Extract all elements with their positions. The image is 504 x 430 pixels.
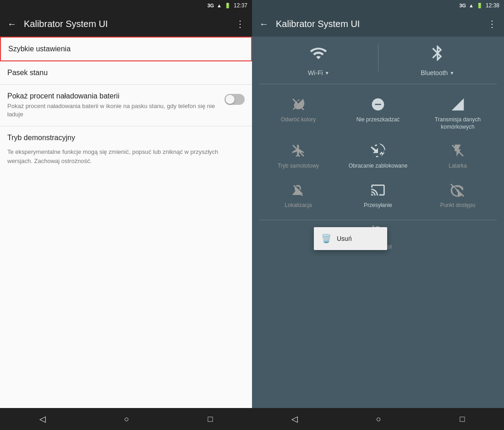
right-app-bar: ← Kalibrator System UI ⋮ — [252, 11, 504, 37]
location-off-icon — [289, 181, 307, 199]
right-status-bar: 3G ▲ 🔋 12:38 — [252, 0, 504, 11]
obracanie-label: Obracanie zablokowane — [349, 163, 408, 170]
section-battery: Pokaż procent naładowania baterii Pokaż … — [0, 85, 252, 126]
screen-rotation-icon — [369, 142, 387, 160]
bluetooth-label: Bluetooth ▼ — [421, 69, 454, 76]
context-menu-usun[interactable]: 🗑️ Usuń — [314, 227, 387, 250]
right-battery-icon: 🔋 — [477, 3, 483, 9]
latarka-label: Latarka — [449, 163, 467, 170]
right-signal-icon: ▲ — [469, 3, 474, 8]
do-not-disturb-icon — [369, 95, 387, 114]
battery-text-block: Pokaż procent naładowania baterii Pokaż … — [7, 92, 225, 119]
battery-title: Pokaż procent naładowania baterii — [7, 92, 217, 100]
right-back-button[interactable]: ← — [259, 19, 268, 29]
battery-toggle[interactable] — [225, 94, 245, 105]
context-menu: 🗑️ Usuń — [314, 227, 387, 250]
tile-samolotowy[interactable]: Tryb samolotowy — [259, 138, 337, 174]
tile-transmisja[interactable]: Transmisja danych komórkowych — [419, 92, 497, 134]
demo-body: Te eksperymentalne funkcje mogą się zmie… — [7, 147, 245, 165]
right-menu-button[interactable]: ⋮ — [488, 18, 497, 29]
quick-settings-content: Wi-Fi ▼ Bluetooth ▼ — [252, 37, 504, 408]
tile-hotspot[interactable]: Punkt dostępu — [419, 177, 497, 213]
left-panel: 3G ▲ 🔋 12:37 ← Kalibrator System UI ⋮ Sz… — [0, 0, 252, 430]
tiles-grid: Odwróć kolory Nie przeszkadzać Tra — [259, 92, 497, 212]
nie-przeszkadzac-label: Nie przeszkadzać — [356, 116, 400, 124]
left-menu-button[interactable]: ⋮ — [236, 18, 245, 29]
tile-lokalizacja[interactable]: Lokalizacja — [259, 177, 337, 213]
signal-cellular-icon — [449, 95, 467, 114]
section-pasek-label: Pasek stanu — [7, 69, 48, 76]
tile-przesylanie[interactable]: Przesyłanie — [339, 177, 417, 213]
left-nav-bar: ◁ ○ □ — [0, 408, 252, 430]
tile-odwroc-kolory[interactable]: Odwróć kolory — [259, 92, 337, 134]
hotspot-off-icon — [449, 181, 467, 199]
left-signal-icon: ▲ — [217, 3, 222, 8]
section-szybkie-label: Szybkie ustawienia — [8, 45, 71, 53]
left-network-indicator: 3G — [207, 3, 214, 8]
separator-h1 — [259, 84, 497, 84]
left-battery-icon: 🔋 — [225, 3, 231, 9]
section-demo: Tryb demonstracyjny Te eksperymentalne f… — [0, 126, 252, 173]
section-szybkie-ustawienia[interactable]: Szybkie ustawienia — [0, 37, 252, 61]
bluetooth-dropdown-icon: ▼ — [449, 71, 454, 76]
tile-bluetooth[interactable]: Bluetooth ▼ — [378, 44, 497, 76]
left-nav-back[interactable]: ◁ — [28, 410, 57, 428]
delete-icon: 🗑️ — [321, 234, 331, 244]
left-status-bar: 3G ▲ 🔋 12:37 — [0, 0, 252, 11]
usun-label: Usuń — [337, 235, 352, 242]
wifi-dropdown-icon: ▼ — [325, 71, 329, 76]
left-app-title: Kalibrator System UI — [24, 19, 228, 29]
hotspot-label: Punkt dostępu — [440, 202, 476, 209]
tile-wifi[interactable]: Wi-Fi ▼ — [259, 44, 378, 76]
right-network-indicator: 3G — [459, 3, 466, 8]
odwroc-label: Odwróć kolory — [281, 116, 316, 124]
right-nav-bar: ◁ ○ □ — [252, 408, 504, 430]
lokalizacja-label: Lokalizacja — [285, 202, 312, 209]
flashlight-icon — [449, 142, 467, 160]
demo-title: Tryb demonstracyjny — [7, 134, 245, 142]
wifi-icon — [309, 44, 328, 66]
right-time: 12:38 — [486, 2, 499, 9]
tile-obracanie[interactable]: Obracanie zablokowane — [339, 138, 417, 174]
invert-colors-icon — [289, 95, 307, 114]
flight-icon — [289, 142, 307, 160]
right-nav-recents[interactable]: □ — [449, 411, 476, 428]
wifi-label: Wi-Fi ▼ — [308, 69, 329, 76]
right-nav-back[interactable]: ◁ — [280, 410, 309, 428]
right-app-title: Kalibrator System UI — [276, 19, 480, 29]
tile-latarka[interactable]: Latarka — [419, 138, 497, 174]
left-time: 12:37 — [234, 2, 247, 9]
tile-nie-przeszkadzac[interactable]: Nie przeszkadzać — [339, 92, 417, 134]
samolotowy-label: Tryb samolotowy — [278, 163, 319, 170]
bluetooth-icon — [428, 44, 447, 66]
left-content: Szybkie ustawienia Pasek stanu Pokaż pro… — [0, 37, 252, 408]
transmisja-label: Transmisja danych komórkowych — [421, 116, 495, 131]
left-nav-recents[interactable]: □ — [197, 411, 224, 428]
section-pasek-stanu[interactable]: Pasek stanu — [0, 61, 252, 85]
left-back-button[interactable]: ← — [7, 19, 16, 29]
left-app-bar: ← Kalibrator System UI ⋮ — [0, 11, 252, 37]
top-tiles-row: Wi-Fi ▼ Bluetooth ▼ — [259, 44, 497, 76]
left-nav-home[interactable]: ○ — [113, 411, 140, 428]
right-panel: 3G ▲ 🔋 12:38 ← Kalibrator System UI ⋮ Wi… — [252, 0, 504, 430]
przesylanie-label: Przesyłanie — [364, 202, 392, 209]
bottom-area: Odwróć kol 🗑️ Usuń — [259, 220, 497, 250]
right-nav-home[interactable]: ○ — [365, 411, 392, 428]
battery-subtitle: Pokaż procent naładowania baterii w ikon… — [7, 102, 217, 119]
cast-icon — [369, 181, 387, 199]
